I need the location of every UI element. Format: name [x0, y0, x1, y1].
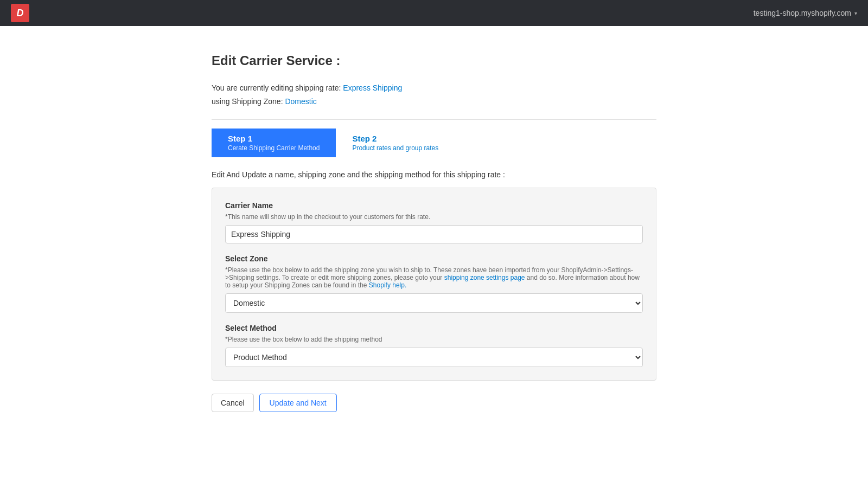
editing-info: You are currently editing shipping rate:…: [212, 81, 656, 108]
editing-zone-line: using Shipping Zone: Domestic: [212, 95, 656, 108]
step-1-label: Step 1: [228, 134, 320, 143]
editing-label: You are currently editing shipping rate:: [212, 84, 341, 92]
select-method-group: Select Method *Please use the box below …: [225, 324, 643, 367]
zone-settings-link[interactable]: shipping zone settings page: [444, 274, 525, 281]
select-method-label: Select Method: [225, 324, 643, 332]
carrier-name-input[interactable]: [225, 225, 643, 243]
method-select[interactable]: Product Method Weight Method Price Metho…: [225, 348, 643, 367]
carrier-name-label: Carrier Name: [225, 201, 643, 210]
main-content: Edit Carrier Service : You are currently…: [190, 26, 678, 439]
app-logo[interactable]: D: [11, 4, 29, 22]
editing-rate-line: You are currently editing shipping rate:…: [212, 81, 656, 95]
shopify-help-link[interactable]: Shopify help.: [369, 281, 406, 289]
logo-letter: D: [17, 8, 24, 19]
editing-rate-link[interactable]: Express Shipping: [343, 84, 402, 92]
page-title: Edit Carrier Service :: [212, 53, 656, 68]
step-2[interactable]: Step 2 Product rates and group rates: [336, 129, 455, 157]
cancel-button[interactable]: Cancel: [212, 394, 254, 412]
update-next-button[interactable]: Update and Next: [259, 394, 337, 412]
step-2-label: Step 2: [352, 134, 438, 143]
select-zone-hint: *Please use the box below to add the shi…: [225, 266, 643, 289]
step-1[interactable]: Step 1 Cerate Shipping Carrier Method: [212, 129, 336, 157]
buttons-row: Cancel Update and Next: [212, 394, 656, 412]
carrier-name-hint: *This name will show up in the checkout …: [225, 213, 643, 221]
top-navigation: D testing1-shop.myshopify.com ▾: [0, 0, 868, 26]
section-description: Edit And Update a name, shipping zone an…: [212, 170, 656, 179]
select-method-hint: *Please use the box below to add the shi…: [225, 336, 643, 343]
store-name: testing1-shop.myshopify.com: [754, 9, 851, 17]
zone-label: using Shipping Zone:: [212, 97, 283, 106]
step-2-sublabel: Product rates and group rates: [352, 144, 438, 152]
select-zone-label: Select Zone: [225, 254, 643, 263]
zone-name-link[interactable]: Domestic: [285, 97, 316, 106]
store-selector[interactable]: testing1-shop.myshopify.com ▾: [754, 9, 857, 17]
step-1-sublabel: Cerate Shipping Carrier Method: [228, 144, 320, 152]
chevron-down-icon: ▾: [854, 10, 857, 16]
form-box: Carrier Name *This name will show up in …: [212, 188, 656, 381]
carrier-name-group: Carrier Name *This name will show up in …: [225, 201, 643, 243]
steps-container: Step 1 Cerate Shipping Carrier Method St…: [212, 129, 656, 157]
zone-select[interactable]: Domestic International: [225, 293, 643, 313]
select-zone-group: Select Zone *Please use the box below to…: [225, 254, 643, 313]
divider: [212, 119, 656, 120]
